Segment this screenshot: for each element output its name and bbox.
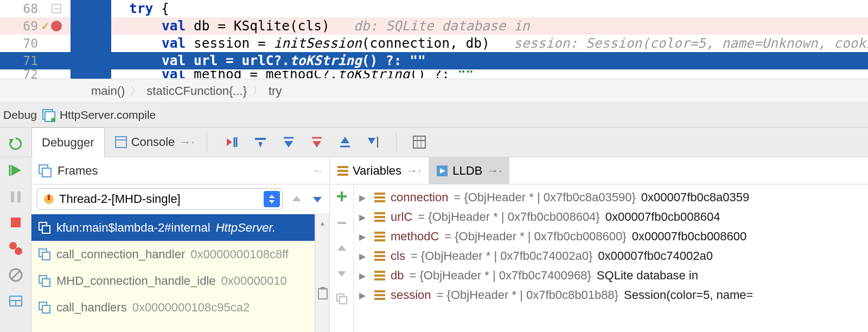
mute-breakpoints-icon[interactable] [9, 268, 23, 282]
frame-row[interactable]: call_handlers 0x0000000108c95ca2 [31, 294, 315, 321]
keyword: val [162, 18, 186, 34]
resume-icon[interactable] [8, 163, 23, 178]
variable-value: 0x00007fb0cb008600 [632, 229, 747, 244]
watch-up-icon[interactable] [336, 243, 347, 254]
frame-address: 0x00000010 [221, 274, 287, 288]
variable-value: 0x00007fb0c74002a0 [598, 249, 713, 263]
code-text: (connection, db) [362, 35, 490, 51]
frame-up-icon[interactable] [290, 193, 303, 206]
variable-row[interactable]: ▶ urlC = {ObjHeader * | 0x7fb0cb008604} … [354, 207, 868, 227]
code-editor[interactable]: 68 try { 69 ✓ val db = KSqlite(cls) db: … [0, 0, 868, 79]
evaluate-expression-icon[interactable] [412, 135, 427, 150]
frame-row[interactable]: call_connection_handler 0x0000000108c8ff [31, 241, 315, 267]
frame-row[interactable]: MHD_connection_handle_idle 0x00000010 [31, 267, 315, 294]
line-number: 68 [23, 2, 38, 16]
expand-icon[interactable]: ▶ [359, 251, 369, 261]
frame-icon [38, 248, 51, 261]
tab-variables[interactable]: Variables →· [330, 157, 429, 184]
code-text: url = urlC?. [186, 53, 290, 68]
fold-icon[interactable] [51, 3, 62, 14]
frame-row[interactable]: kfun:main$lambda-2#internal HttpServer. [31, 214, 315, 241]
variable-row[interactable]: ▶ connection = {ObjHeader * | 0x7fb0c8a0… [354, 188, 868, 207]
run-config-name[interactable]: HttpServer.compile [60, 108, 156, 122]
gutter-72[interactable]: 72 [0, 71, 71, 78]
expand-icon[interactable]: ▶ [359, 212, 369, 222]
frame-down-icon[interactable] [311, 193, 324, 206]
svg-marker-46 [313, 197, 322, 202]
run-to-cursor-icon[interactable] [366, 135, 381, 150]
expand-icon[interactable]: ▶ [359, 193, 369, 203]
gutter-70[interactable]: 70 [0, 35, 71, 52]
step-over-icon[interactable] [253, 135, 268, 150]
svg-rect-48 [42, 226, 50, 233]
frame-address: 0x0000000108c95ca2 [132, 301, 250, 315]
variables-list[interactable]: ▶ connection = {ObjHeader * | 0x7fb0c8a0… [354, 184, 868, 332]
gutter-71[interactable]: 71 [0, 52, 71, 69]
pin-icon[interactable]: →· [312, 167, 322, 175]
svg-marker-25 [11, 165, 21, 176]
rerun-icon[interactable] [8, 136, 24, 152]
variable-icon [374, 232, 385, 241]
code-line-68[interactable]: 68 try { [0, 0, 868, 17]
frames-vars-header: Frames →· Variables →· LLDB →· [31, 157, 868, 184]
variable-row[interactable]: ▶ methodC = {ObjHeader * | 0x7fb0cb00860… [354, 227, 868, 246]
lldb-icon [436, 165, 448, 177]
function-call: toKString [338, 71, 410, 78]
expand-icon[interactable]: ▶ [359, 290, 369, 301]
variable-meta: = {ObjHeader * | 0x7fb0c8b01b88} [437, 288, 618, 302]
frames-title: Frames [58, 164, 98, 178]
code-line-71-current[interactable]: 71 val url = urlC?.toKString() ?: "" [0, 52, 868, 69]
code-text: () ?: [362, 53, 410, 68]
duplicate-watch-icon[interactable] [336, 293, 348, 305]
dropdown-arrows-icon[interactable] [264, 191, 280, 207]
gutter-69[interactable]: 69 ✓ [0, 17, 71, 35]
svg-marker-43 [269, 195, 275, 198]
expand-icon[interactable]: ▶ [359, 232, 369, 242]
code-text: { [153, 1, 169, 16]
tab-debugger[interactable]: Debugger [31, 127, 105, 157]
frame-name: MHD_connection_handle_idle [56, 274, 216, 288]
add-watch-icon[interactable] [335, 190, 348, 203]
breadcrumb-item[interactable]: try [264, 84, 286, 98]
frame-address: 0x0000000108c8ff [190, 247, 289, 261]
inline-hint: session: Session(color=5, name=Unknown, … [490, 35, 868, 51]
variable-row[interactable]: ▶ session = {ObjHeader * | 0x7fb0c8b01b8… [354, 285, 868, 305]
variable-name: methodC [391, 229, 439, 244]
debug-label: Debug [3, 108, 37, 122]
variable-row[interactable]: ▶ cls = {ObjHeader * | 0x7fb0c74002a0} 0… [354, 246, 868, 266]
step-into-icon[interactable] [281, 135, 296, 150]
pause-icon[interactable] [9, 190, 23, 204]
tab-label: Debugger [42, 136, 94, 150]
show-execution-point-icon[interactable] [225, 135, 240, 150]
pin-icon: →· [406, 164, 421, 178]
breakpoint-icon[interactable] [51, 21, 62, 31]
frames-scrollbar[interactable]: ▴ [315, 214, 329, 332]
watch-down-icon[interactable] [336, 268, 347, 279]
frames-list[interactable]: kfun:main$lambda-2#internal HttpServer. … [31, 214, 315, 332]
variable-row[interactable]: ▶ db = {ObjHeader * | 0x7fb0c7400968} SQ… [354, 266, 868, 285]
variable-meta: = {ObjHeader * | 0x7fb0cb008604} [418, 210, 599, 224]
scroll-up-icon[interactable]: ▴ [321, 219, 324, 227]
code-line-72[interactable]: 72 val method = methodC?.toKString() ?: … [0, 69, 868, 79]
tab-label: Variables [353, 164, 401, 178]
svg-rect-42 [48, 195, 50, 200]
breadcrumb-item[interactable]: staticCFunction{...} [142, 84, 251, 98]
remove-watch-icon[interactable] [336, 217, 348, 229]
clipboard-icon[interactable] [317, 287, 328, 300]
force-step-into-icon[interactable] [309, 135, 324, 150]
frame-name: kfun:main$lambda-2#internal [56, 221, 210, 235]
step-out-icon[interactable] [337, 135, 353, 150]
code-text: method = methodC?. [186, 71, 337, 78]
frame-name: call_connection_handler [56, 247, 185, 261]
stop-icon[interactable] [9, 216, 22, 229]
layout-settings-icon[interactable] [9, 294, 23, 308]
thread-select[interactable]: Thread-2-[MHD-single] [37, 188, 283, 210]
code-line-70[interactable]: 70 val session = initSession(connection,… [0, 35, 868, 52]
tab-lldb[interactable]: LLDB →· [429, 157, 509, 184]
tab-console[interactable]: Console →· [105, 127, 205, 157]
expand-icon[interactable]: ▶ [359, 271, 369, 281]
code-line-69[interactable]: 69 ✓ val db = KSqlite(cls) db: SQLite da… [0, 17, 868, 35]
breadcrumb-item[interactable]: main() [87, 84, 129, 98]
gutter-68[interactable]: 68 [0, 0, 71, 17]
view-breakpoints-icon[interactable] [8, 241, 23, 256]
